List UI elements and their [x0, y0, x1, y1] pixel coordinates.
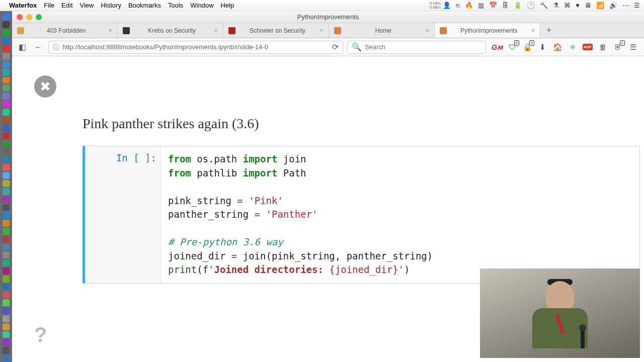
browser-tab[interactable]: Krebs on Security×	[118, 23, 223, 38]
downloads-button[interactable]: ⬇	[537, 42, 547, 52]
dock-app[interactable]	[3, 204, 10, 211]
status-icon[interactable]: ⌘	[564, 2, 571, 9]
search-input[interactable]	[365, 43, 481, 51]
extension-icon[interactable]: 🛡0	[507, 42, 517, 52]
dock-app[interactable]	[3, 156, 10, 163]
code-input-area[interactable]: from os.path import join from pathlib im…	[160, 146, 639, 283]
dock-app[interactable]	[3, 236, 10, 243]
status-icon[interactable]: ♥	[576, 2, 580, 9]
extension-icon[interactable]: ⛨2	[613, 42, 623, 52]
dock-app[interactable]	[3, 117, 10, 124]
tab-close-button[interactable]: ×	[319, 27, 324, 34]
dock-app[interactable]	[3, 276, 10, 283]
dock-app[interactable]	[3, 61, 10, 68]
dock-app[interactable]	[3, 13, 10, 20]
tab-close-button[interactable]: ×	[108, 27, 112, 34]
extension-icon[interactable]: 🗑	[598, 42, 608, 52]
url-bar[interactable]: ⓘ http://localhost:8888/notebooks/Python…	[48, 41, 343, 54]
browser-tab[interactable]: 403 Forbidden×	[12, 23, 118, 38]
dock-app[interactable]	[3, 93, 10, 100]
dock-app[interactable]	[3, 164, 10, 171]
menu-view[interactable]: View	[80, 2, 94, 9]
dock-app[interactable]	[3, 251, 10, 258]
dock-app[interactable]	[3, 212, 10, 219]
dock-app[interactable]	[3, 244, 10, 251]
dock-app[interactable]	[3, 355, 10, 362]
menu-help[interactable]: Help	[221, 2, 234, 9]
adblock-icon[interactable]: ABP	[583, 42, 593, 52]
status-icon[interactable]: 👤	[443, 2, 451, 9]
dock-app[interactable]	[3, 347, 10, 354]
hamburger-menu-button[interactable]: ☰	[628, 42, 638, 52]
browser-tab[interactable]: PythonImprovements×	[435, 23, 540, 38]
tab-close-button[interactable]: ×	[214, 27, 218, 34]
tab-close-button[interactable]: ×	[531, 27, 535, 34]
dock-app[interactable]	[3, 259, 10, 266]
search-bar[interactable]: 🔍	[347, 41, 486, 54]
extension-icon[interactable]: Gᴍ	[492, 42, 502, 52]
volume-icon[interactable]: 🔊	[609, 2, 617, 9]
wifi-icon[interactable]: 📶	[596, 2, 604, 9]
dock-app[interactable]	[3, 77, 10, 84]
dock-app[interactable]	[3, 291, 10, 298]
window-minimize-button[interactable]	[26, 14, 32, 20]
clock-icon[interactable]: 🕐	[527, 2, 535, 9]
dock-app[interactable]	[3, 29, 10, 36]
display-icon[interactable]: 🖥	[585, 2, 591, 9]
menu-tools[interactable]: Tools	[168, 2, 183, 9]
battery-icon[interactable]: 🔋	[514, 2, 522, 9]
dock-app[interactable]	[3, 180, 10, 187]
dock-app[interactable]	[3, 45, 10, 52]
dock-app[interactable]	[3, 140, 10, 147]
app-name[interactable]: Waterfox	[9, 2, 37, 9]
dock-app[interactable]	[3, 132, 10, 139]
status-icon[interactable]: ⎋	[456, 2, 460, 9]
new-tab-button[interactable]: +	[540, 23, 557, 38]
dock-app[interactable]	[3, 172, 10, 179]
dock-app[interactable]	[3, 37, 10, 44]
overflow-icon[interactable]: ⋯	[622, 2, 629, 9]
menu-list-icon[interactable]: ☰	[634, 2, 640, 9]
code-cell[interactable]: In [ ]: from os.path import join from pa…	[83, 146, 640, 284]
dock-app[interactable]	[3, 307, 10, 314]
browser-tab[interactable]: Home×	[329, 23, 435, 38]
picture-in-picture-video[interactable]	[480, 268, 640, 358]
status-icon[interactable]: ⚗	[553, 2, 559, 9]
dock-app[interactable]	[3, 101, 10, 108]
dock-app[interactable]	[3, 299, 10, 306]
menu-edit[interactable]: Edit	[61, 2, 72, 9]
dock-app[interactable]	[3, 148, 10, 155]
extension-icon[interactable]: ✳	[568, 42, 578, 52]
status-icon[interactable]: 🔨	[540, 2, 548, 9]
dock-app[interactable]	[3, 267, 10, 275]
dock-app[interactable]	[3, 228, 10, 235]
back-button[interactable]: ←	[32, 41, 44, 53]
extension-icon[interactable]: 🔒3	[522, 42, 532, 52]
exit-slideshow-button[interactable]: ✖	[34, 75, 56, 98]
menu-file[interactable]: File	[44, 2, 54, 9]
dock-app[interactable]	[3, 84, 10, 92]
status-icon[interactable]: 🗄	[502, 2, 509, 9]
dock-app[interactable]	[3, 124, 10, 131]
dock-app[interactable]	[3, 21, 10, 28]
dock-app[interactable]	[3, 323, 10, 330]
status-icon[interactable]: ▥	[478, 2, 484, 9]
reload-button[interactable]: ⟳	[332, 42, 339, 52]
help-button[interactable]: ?	[34, 323, 47, 347]
window-close-button[interactable]	[17, 14, 23, 20]
tab-close-button[interactable]: ×	[425, 27, 429, 34]
browser-tab[interactable]: Schneier on Security×	[223, 23, 329, 38]
dock-app[interactable]	[3, 53, 10, 60]
dock-app[interactable]	[3, 188, 10, 195]
dock-app[interactable]	[3, 220, 10, 227]
menu-window[interactable]: Window	[190, 2, 213, 9]
menu-history[interactable]: History	[101, 2, 121, 9]
dock-app[interactable]	[3, 331, 10, 338]
dock-app[interactable]	[3, 315, 10, 322]
site-info-icon[interactable]: ⓘ	[53, 43, 59, 52]
window-zoom-button[interactable]	[36, 14, 42, 20]
dock-app[interactable]	[3, 109, 10, 116]
dock-app[interactable]	[3, 69, 10, 76]
dock-app[interactable]	[3, 284, 10, 291]
dock-app[interactable]	[3, 196, 10, 203]
